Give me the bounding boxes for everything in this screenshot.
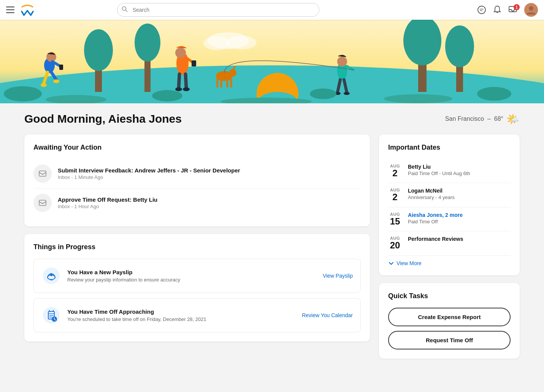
svg-rect-1 xyxy=(6,9,14,11)
nav-right-icons: 1 xyxy=(477,3,538,17)
hero-banner xyxy=(0,20,544,103)
awaiting-action-item-2[interactable]: Approve Time Off Request: Betty Liu Inbo… xyxy=(33,188,361,217)
svg-rect-49 xyxy=(39,171,46,176)
svg-rect-50 xyxy=(39,200,46,205)
svg-point-32 xyxy=(175,47,186,58)
svg-point-43 xyxy=(152,90,182,101)
svg-point-53 xyxy=(50,274,52,276)
awaiting-action-item-1[interactable]: Submit Interview Feedback: Andrew Jeffer… xyxy=(33,159,361,188)
action-sub-1: Inbox - 1 Minute Ago xyxy=(58,174,240,180)
weather-icon: 🌤️ xyxy=(506,113,520,125)
svg-point-24 xyxy=(203,36,230,50)
progress-item-2[interactable]: You Have Time Off Approaching You're sch… xyxy=(33,298,361,332)
date-entry-1: AUG 2 Betty Liu Paid Time Off - Until Au… xyxy=(388,159,511,183)
chat-icon[interactable] xyxy=(477,5,486,14)
important-dates-title: Important Dates xyxy=(388,144,511,152)
svg-rect-30 xyxy=(59,65,63,70)
search-wrapper xyxy=(117,3,319,17)
action-icon-2 xyxy=(33,194,52,212)
notifications-icon[interactable] xyxy=(493,5,501,14)
greeting-row: Good Morning, Aiesha Jones San Francisco… xyxy=(24,112,520,125)
date-block-3: AUG 15 xyxy=(388,212,402,226)
date-info-2: Logan McNeil Anniversary - 4 years xyxy=(408,188,455,200)
svg-rect-35 xyxy=(192,60,196,66)
hamburger-menu[interactable] xyxy=(6,6,14,13)
svg-point-34 xyxy=(183,87,190,91)
view-more-button[interactable]: View More xyxy=(388,260,511,266)
svg-point-33 xyxy=(175,87,182,91)
action-title-1: Submit Interview Feedback: Andrew Jeffer… xyxy=(58,167,240,174)
payslip-icon xyxy=(41,266,61,286)
things-in-progress-card: Things in Progress You Have a New Paysli… xyxy=(24,234,370,341)
svg-point-45 xyxy=(477,87,511,101)
awaiting-action-card: Awaiting Your Action Submit Interview Fe… xyxy=(24,134,370,226)
svg-point-25 xyxy=(226,36,257,49)
svg-point-18 xyxy=(135,24,160,62)
date-info-4: Performance Reviews xyxy=(408,236,463,243)
top-navigation: 1 xyxy=(0,0,544,20)
action-icon-1 xyxy=(33,164,52,183)
svg-point-9 xyxy=(529,6,533,11)
review-calendar-link[interactable]: Review You Calendar xyxy=(302,312,353,318)
date-block-4: AUG 20 xyxy=(388,236,402,250)
svg-rect-0 xyxy=(6,6,14,8)
weather-info: San Francisco – 68° 🌤️ xyxy=(445,113,520,125)
date-block-1: AUG 2 xyxy=(388,164,402,178)
date-block-2: AUG 2 xyxy=(388,188,402,202)
svg-point-28 xyxy=(41,83,47,87)
svg-point-6 xyxy=(478,6,485,14)
payslip-text: You Have a New Payslip Review your paysl… xyxy=(67,269,317,283)
main-content: Good Morning, Aiesha Jones San Francisco… xyxy=(0,103,544,368)
search-input[interactable] xyxy=(117,3,319,17)
right-column: Important Dates AUG 2 Betty Liu Paid Tim… xyxy=(379,134,520,359)
request-time-off-button[interactable]: Request Time Off xyxy=(388,331,511,349)
date-entry-4: AUG 20 Performance Reviews xyxy=(388,231,511,255)
date-info-1: Betty Liu Paid Time Off - Until Aug 6th xyxy=(408,164,470,176)
location-temp: San Francisco – 68° xyxy=(445,115,503,122)
action-sub-2: Inbox - 1 Hour Ago xyxy=(58,204,157,209)
date-name-link[interactable]: Aiesha Jones, 2 more xyxy=(408,212,463,218)
svg-point-54 xyxy=(43,307,60,324)
chevron-down-icon xyxy=(388,260,394,266)
svg-point-16 xyxy=(84,29,113,71)
time-off-icon xyxy=(41,305,61,325)
important-dates-card: Important Dates AUG 2 Betty Liu Paid Tim… xyxy=(379,134,520,275)
things-in-progress-title: Things in Progress xyxy=(33,243,361,251)
awaiting-action-title: Awaiting Your Action xyxy=(33,144,361,152)
inbox-badge: 1 xyxy=(514,4,520,10)
date-entry-2: AUG 2 Logan McNeil Anniversary - 4 years xyxy=(388,183,511,207)
user-avatar[interactable] xyxy=(524,3,538,17)
date-info-3: Aiesha Jones, 2 more Paid Time Off xyxy=(408,212,463,224)
quick-tasks-title: Quick Tasks xyxy=(388,292,511,300)
create-expense-report-button[interactable]: Create Expense Report xyxy=(388,308,511,326)
svg-point-22 xyxy=(445,25,474,67)
date-entry-3[interactable]: AUG 15 Aiesha Jones, 2 more Paid Time Of… xyxy=(388,207,511,231)
svg-point-39 xyxy=(337,57,347,66)
time-off-text: You Have Time Off Approaching You're sch… xyxy=(67,308,296,322)
inbox-icon[interactable]: 1 xyxy=(508,6,517,14)
action-info-1: Submit Interview Feedback: Andrew Jeffer… xyxy=(58,167,240,180)
greeting-text: Good Morning, Aiesha Jones xyxy=(24,112,182,125)
left-column: Awaiting Your Action Submit Interview Fe… xyxy=(24,134,370,341)
action-info-2: Approve Time Off Request: Betty Liu Inbo… xyxy=(58,196,157,209)
svg-point-42 xyxy=(4,86,42,101)
action-title-2: Approve Time Off Request: Betty Liu xyxy=(58,196,157,203)
svg-point-29 xyxy=(53,79,59,83)
two-column-layout: Awaiting Your Action Submit Interview Fe… xyxy=(24,134,520,359)
workday-logo[interactable] xyxy=(19,3,36,17)
svg-point-48 xyxy=(384,94,452,103)
svg-point-41 xyxy=(344,92,350,95)
progress-item-1[interactable]: You Have a New Payslip Review your paysl… xyxy=(33,259,361,293)
view-payslip-link[interactable]: View Payslip xyxy=(323,273,353,279)
quick-tasks-card: Quick Tasks Create Expense Report Reques… xyxy=(379,283,520,359)
svg-rect-2 xyxy=(6,12,14,13)
svg-point-44 xyxy=(310,89,336,99)
